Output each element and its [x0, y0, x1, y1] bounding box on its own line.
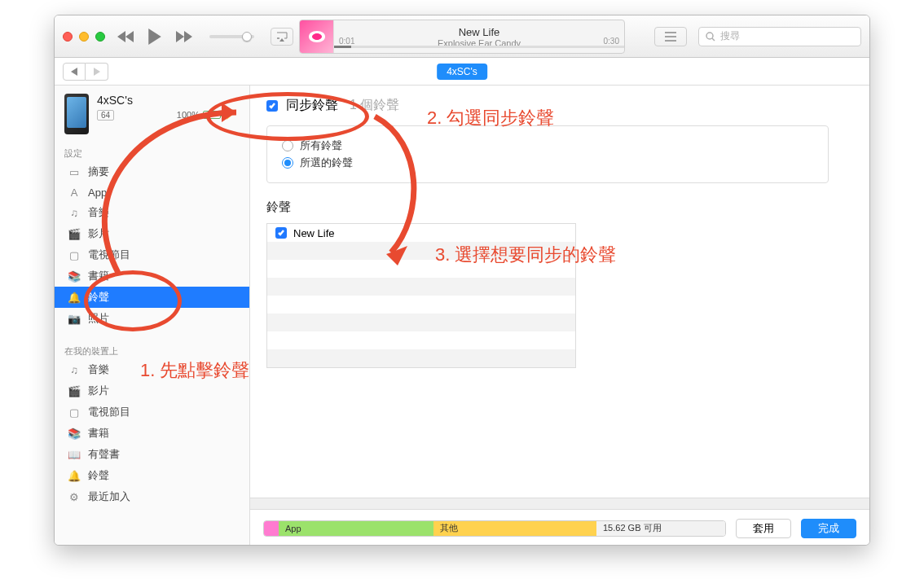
window-controls	[63, 32, 105, 42]
sidebar-icon: 📷	[68, 312, 81, 325]
device-item-電視節目[interactable]: ▢電視節目	[55, 401, 249, 423]
now-playing-lcd: New Life Explosive Ear Candy 0:01 0:30	[299, 20, 625, 54]
sidebar-item-App[interactable]: AApp	[55, 182, 249, 202]
storage-bar: App 其他 15.62 GB 可用	[263, 520, 726, 537]
itunes-window: New Life Explosive Ear Candy 0:01 0:30 搜…	[54, 15, 870, 546]
device-capacity: 64	[97, 110, 114, 121]
sync-ringtones-checkbox[interactable]	[266, 100, 278, 112]
ringtones-list: New Life	[266, 223, 576, 368]
device-item-影片[interactable]: 🎬影片	[55, 380, 249, 401]
section-device-label: 在我的裝置上	[55, 340, 249, 359]
previous-button[interactable]	[117, 28, 134, 46]
sidebar-icon: 📖	[68, 448, 81, 461]
sidebar-icon: 🎬	[68, 227, 81, 240]
storage-other-segment: 其他	[433, 521, 596, 536]
sidebar-item-書籍[interactable]: 📚書籍	[55, 265, 249, 287]
ringtone-checkbox[interactable]	[275, 227, 287, 239]
search-icon	[706, 32, 715, 42]
main-panel: 同步鈴聲 1 個鈴聲 所有鈴聲 所選的鈴聲 鈴聲 New Life	[250, 86, 869, 546]
device-header: 4xSC's 64 100%⚡	[55, 86, 249, 143]
sidebar: 4xSC's 64 100%⚡ 設定 ▭摘要AApp♫音樂🎬影片▢電視節目📚書籍…	[55, 86, 250, 546]
device-item-鈴聲[interactable]: 🔔鈴聲	[55, 465, 249, 486]
battery-icon	[203, 111, 221, 119]
device-item-音樂[interactable]: ♫音樂	[55, 359, 249, 380]
sidebar-icon: ♫	[68, 363, 81, 376]
progress-bar[interactable]	[334, 46, 624, 48]
done-button[interactable]: 完成	[801, 519, 856, 538]
sidebar-item-電視節目[interactable]: ▢電視節目	[55, 244, 249, 265]
storage-app-segment: App	[279, 521, 433, 536]
battery-percent: 100%	[177, 110, 200, 120]
sidebar-item-鈴聲[interactable]: 🔔鈴聲	[55, 287, 249, 308]
device-iphone-icon	[64, 94, 89, 134]
apply-button[interactable]: 套用	[736, 519, 791, 538]
horizontal-scrollbar[interactable]	[250, 498, 869, 509]
ringtone-row[interactable]: New Life	[267, 224, 575, 242]
back-button[interactable]	[63, 63, 86, 81]
storage-free-segment: 15.62 GB 可用	[596, 521, 725, 536]
sidebar-icon: ▭	[68, 165, 81, 178]
svg-point-0	[706, 33, 713, 39]
device-name: 4xSC's	[97, 94, 240, 107]
sidebar-item-影片[interactable]: 🎬影片	[55, 223, 249, 244]
sidebar-icon: 🔔	[68, 469, 81, 482]
section-settings-label: 設定	[55, 143, 249, 161]
close-button[interactable]	[63, 32, 73, 42]
album-art	[300, 20, 334, 54]
search-placeholder: 搜尋	[720, 29, 740, 43]
breadcrumb[interactable]: 4xSC's	[437, 64, 487, 80]
now-playing-title: New Life	[334, 26, 624, 38]
radio-all-ringtones[interactable]: 所有鈴聲	[282, 138, 813, 153]
elapsed-time: 0:01	[339, 37, 354, 46]
sidebar-icon: 📚	[68, 427, 81, 440]
radio-selected-ringtones[interactable]: 所選的鈴聲	[282, 156, 813, 170]
sidebar-icon: ⚙	[68, 490, 81, 503]
sidebar-icon: ▢	[68, 248, 81, 261]
device-item-最近加入[interactable]: ⚙最近加入	[55, 486, 249, 507]
sidebar-item-音樂[interactable]: ♫音樂	[55, 202, 249, 223]
device-item-書籍[interactable]: 📚書籍	[55, 423, 249, 444]
search-input[interactable]: 搜尋	[698, 27, 861, 46]
sync-options-box: 所有鈴聲 所選的鈴聲	[266, 125, 829, 183]
sidebar-item-照片[interactable]: 📷照片	[55, 308, 249, 329]
sidebar-icon: 📚	[68, 270, 81, 283]
next-button[interactable]	[175, 28, 193, 46]
sub-header: 4xSC's	[55, 58, 869, 86]
ringtone-name: New Life	[293, 227, 335, 239]
media-controls	[117, 28, 293, 46]
sidebar-icon: A	[68, 186, 81, 199]
sidebar-icon: ▢	[68, 406, 81, 419]
ringtones-heading: 鈴聲	[266, 200, 853, 215]
footer: App 其他 15.62 GB 可用 套用 完成	[250, 509, 869, 546]
minimize-button[interactable]	[79, 32, 89, 42]
sidebar-icon: 🔔	[68, 291, 81, 304]
device-item-有聲書[interactable]: 📖有聲書	[55, 444, 249, 465]
sidebar-icon: ♫	[68, 206, 81, 219]
ringtone-count: 1 個鈴聲	[350, 97, 399, 114]
queue-button[interactable]	[654, 27, 687, 46]
titlebar: New Life Explosive Ear Candy 0:01 0:30 搜…	[55, 15, 869, 58]
fullscreen-button[interactable]	[95, 32, 105, 42]
sidebar-icon: 🎬	[68, 384, 81, 397]
sync-ringtones-label: 同步鈴聲	[286, 97, 338, 114]
volume-slider[interactable]	[209, 35, 254, 38]
sidebar-item-摘要[interactable]: ▭摘要	[55, 161, 249, 182]
total-time: 0:30	[604, 37, 619, 46]
forward-button[interactable]	[86, 63, 108, 81]
play-button[interactable]	[146, 28, 164, 46]
airplay-button[interactable]	[271, 28, 293, 46]
